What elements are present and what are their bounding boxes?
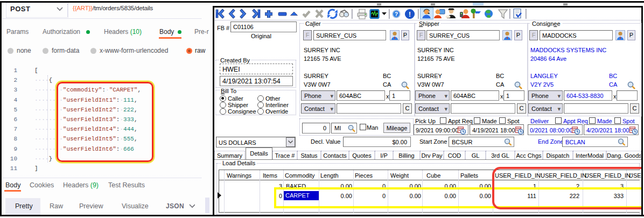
svg-text:!: ! <box>409 10 411 18</box>
svg-text:?: ? <box>395 11 398 17</box>
